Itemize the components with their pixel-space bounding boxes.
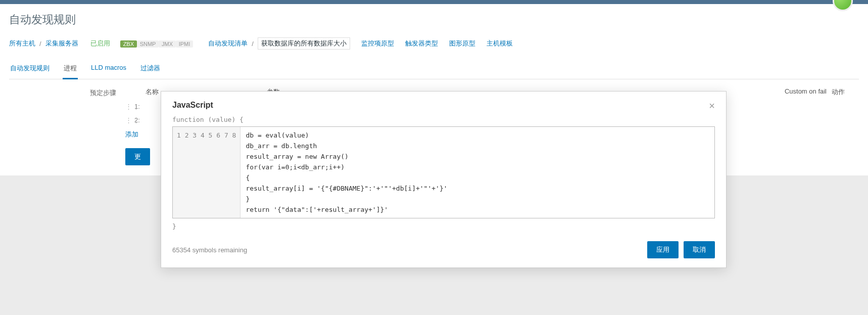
col-action: 动作 xyxy=(827,87,857,97)
link-host-tpl[interactable]: 主机模板 xyxy=(487,39,513,48)
subtabs: 自动发现规则 进程 LLD macros 过滤器 xyxy=(9,59,859,79)
tab-lld[interactable]: LLD macros xyxy=(90,59,127,79)
tag-snmp: SNMP xyxy=(137,40,159,48)
tag-zbx[interactable]: ZBX xyxy=(120,40,137,48)
tag-ipmi: IPMI xyxy=(176,40,194,48)
javascript-modal: JavaScript × function (value) { 1 2 3 4 … xyxy=(161,91,727,175)
link-graph-proto[interactable]: 图形原型 xyxy=(449,39,475,48)
bc-sep2: / xyxy=(252,40,254,48)
link-trigger-proto[interactable]: 触发器类型 xyxy=(405,39,438,48)
status-enabled: 已启用 xyxy=(90,39,110,48)
nav-links: 监控项原型 触发器类型 图形原型 主机模板 xyxy=(361,39,513,48)
breadcrumb: 所有主机 / 采集服务器 已启用 ZBX SNMP JMX IPMI 自动发现清… xyxy=(9,37,859,50)
page-title: 自动发现规则 xyxy=(9,12,859,27)
drag-handle-icon[interactable]: ⋮⋮ xyxy=(125,116,134,124)
bc-discovery-list[interactable]: 自动发现清单 xyxy=(208,39,248,48)
bc-all-hosts[interactable]: 所有主机 xyxy=(9,39,35,48)
func-open: function (value) { xyxy=(172,116,715,123)
tag-jmx: JMX xyxy=(159,40,176,48)
bc-rule-name: 获取数据库的所有数据库大小 xyxy=(258,37,350,50)
close-icon[interactable]: × xyxy=(709,101,715,111)
link-item-proto[interactable]: 监控项原型 xyxy=(361,39,394,48)
tab-process[interactable]: 进程 xyxy=(63,59,78,79)
tab-filter[interactable]: 过滤器 xyxy=(139,59,161,79)
bc-collect-server[interactable]: 采集服务器 xyxy=(45,39,78,48)
left-label: 预定步骤 xyxy=(9,87,125,165)
code-text[interactable]: db = eval(value) db_arr = db.length resu… xyxy=(240,127,714,175)
code-editor[interactable]: 1 2 3 4 5 6 7 8 db = eval(value) db_arr … xyxy=(172,126,715,175)
tab-rule[interactable]: 自动发现规则 xyxy=(9,59,51,79)
drag-handle-icon[interactable]: ⋮⋮ xyxy=(125,103,134,110)
bc-sep: / xyxy=(39,40,41,48)
line-number-gutter: 1 2 3 4 5 6 7 8 xyxy=(173,127,240,175)
top-nav-bar xyxy=(0,0,868,4)
col-cof: Custom on fail xyxy=(771,87,827,97)
add-step-link[interactable]: 添加 xyxy=(125,130,138,139)
update-button[interactable]: 更 xyxy=(125,148,150,165)
modal-title: JavaScript xyxy=(172,101,213,110)
row-num: 1: xyxy=(134,103,146,110)
row-num: 2: xyxy=(134,116,146,124)
